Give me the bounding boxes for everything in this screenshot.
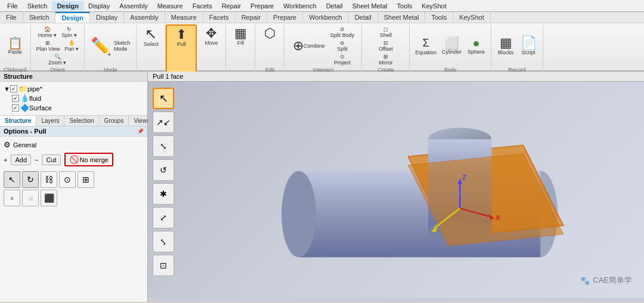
options-pull-header: Options - Pull 📌 — [0, 126, 147, 137]
menu-sketch[interactable]: Sketch — [23, 1, 52, 11]
tool-row-2: ▫ ◽ ⬛ — [4, 190, 144, 206]
tab-workbench[interactable]: Workbench — [303, 12, 348, 23]
tab-display[interactable]: Display — [90, 12, 124, 23]
vp-arrow-tool[interactable]: ↖ — [153, 88, 174, 109]
move-button[interactable]: ✥ Move — [200, 26, 222, 47]
script-button[interactable]: 📄 Script — [518, 35, 539, 57]
add-button[interactable]: Add — [11, 154, 31, 165]
tab-sheet-metal[interactable]: Sheet Metal — [378, 12, 426, 23]
shell-button[interactable]: ◻ Shell — [377, 26, 395, 39]
tab-facets[interactable]: Facets — [203, 12, 236, 23]
tool-btn-target[interactable]: ⊙ — [59, 171, 76, 188]
pipe-checkbox[interactable]: ✓ — [10, 85, 17, 92]
menu-repair[interactable]: Repair — [217, 1, 246, 11]
pipe-folder-icon: 📁 — [18, 85, 27, 93]
menu-assembly[interactable]: Assembly — [114, 1, 153, 11]
tree-item-pipe[interactable]: ▼ ✓ 📁 pipe* — [2, 84, 145, 94]
menu-design[interactable]: Design — [52, 1, 83, 11]
sketch-mode-button[interactable]: ✏️ SketchMode — [88, 35, 133, 57]
main-area: Structure ▼ ✓ 📁 pipe* ✓ 💧 fluid ✓ 🔷 Surf… — [0, 72, 644, 302]
offset-button[interactable]: ⊟ Offset — [377, 39, 395, 52]
tree-item-fluid[interactable]: ✓ 💧 fluid — [11, 94, 145, 103]
options-body: ⚙ General + Add − Cut 🚫 No merge — [0, 137, 147, 210]
select-button[interactable]: ↖ Select — [140, 26, 162, 48]
panel-tab-layers[interactable]: Layers — [36, 116, 64, 126]
equation-button[interactable]: Σ Equation — [413, 36, 438, 56]
sphere-icon: ● — [472, 37, 479, 49]
paste-button[interactable]: 📋 Paste — [4, 36, 26, 56]
tool-btn-square[interactable]: ▫ — [4, 190, 20, 206]
tool-btn-cube[interactable]: ⬛ — [41, 190, 57, 206]
viewport-canvas[interactable]: ↖ ↗↙ ⤡ ↺ ✱ ⤢ ⤣ ⊡ — [148, 82, 644, 298]
tool-btn-multi[interactable]: ⊞ — [78, 171, 94, 188]
ribbon-group-select: ↖ Select — [137, 24, 166, 74]
vp-tool-8[interactable]: ⊡ — [153, 255, 174, 276]
sphere-button[interactable]: ● Sphere — [465, 36, 487, 56]
menu-facets[interactable]: Facets — [188, 1, 217, 11]
split-body-button[interactable]: ⊘ Split Body — [329, 26, 357, 39]
vp-tool-6[interactable]: ⤢ — [153, 207, 174, 228]
tree-item-surface[interactable]: ✓ 🔷 Surface — [11, 103, 145, 113]
vp-tool-2[interactable]: ↗↙ — [153, 112, 174, 133]
mirror-button[interactable]: ⊞ Mirror — [377, 53, 395, 66]
split-button[interactable]: ⊖ Split — [329, 39, 357, 52]
menu-display[interactable]: Display — [83, 1, 114, 11]
combine-label: Combine — [304, 43, 325, 49]
tab-measure[interactable]: Measure — [165, 12, 203, 23]
vp-tool-7[interactable]: ⤣ — [153, 231, 174, 252]
panel-tabs: Structure Layers Selection Groups Views — [0, 116, 147, 126]
tab-sketch[interactable]: Sketch — [23, 12, 56, 23]
home-button[interactable]: 🏠 Home ▾ — [36, 26, 59, 39]
options-pin-icon[interactable]: 📌 — [137, 128, 144, 134]
nomerge-icon: 🚫 — [69, 155, 79, 164]
cylinder-button[interactable]: ⬜ Cylinder — [439, 36, 464, 56]
menu-tools[interactable]: Tools — [392, 1, 417, 11]
tab-prepare[interactable]: Prepare — [267, 12, 303, 23]
tab-keyshot[interactable]: KeyShot — [453, 12, 491, 23]
project-button[interactable]: ⊙ Project — [329, 53, 357, 66]
menu-workbench[interactable]: Workbench — [278, 1, 321, 11]
tab-file[interactable]: File — [0, 12, 23, 23]
viewport[interactable]: Pull 1 face ↖ ↗↙ ⤡ ↺ ✱ ⤢ ⤣ ⊡ — [148, 72, 644, 302]
surface-checkbox[interactable]: ✓ — [12, 104, 19, 112]
tool-btn-chain[interactable]: ⛓ — [41, 171, 57, 188]
menu-detail[interactable]: Detail — [321, 1, 348, 11]
zoom-button[interactable]: 🔍 Zoom ▾ — [47, 53, 69, 66]
tab-tools[interactable]: Tools — [425, 12, 453, 23]
combine-button[interactable]: ⊕ Combine — [290, 37, 327, 55]
tab-repair[interactable]: Repair — [236, 12, 267, 23]
tree-expand-icon: ▼ — [4, 85, 10, 92]
cut-button[interactable]: Cut — [42, 154, 60, 165]
tab-design[interactable]: Design — [55, 12, 90, 23]
pull-button[interactable]: ⬆ Pull — [171, 27, 192, 48]
menu-keyshot[interactable]: KeyShot — [417, 1, 451, 11]
plan-view-button[interactable]: ⊞ Plan View — [35, 39, 62, 52]
menu-sheet-metal[interactable]: Sheet Metal — [348, 1, 392, 11]
tab-detail[interactable]: Detail — [349, 12, 378, 23]
blocks-button[interactable]: ▦ Blocks — [495, 35, 516, 57]
boolean-plus-label: + — [4, 156, 7, 163]
panel-tab-selection[interactable]: Selection — [64, 116, 99, 126]
menu-file[interactable]: File — [2, 1, 23, 11]
panel-tab-groups[interactable]: Groups — [100, 116, 129, 126]
tool-btn-rotate[interactable]: ↖ — [4, 171, 20, 188]
ribbon-group-move: ✥ Move — [197, 24, 226, 74]
no-merge-button[interactable]: 🚫 No merge — [64, 153, 113, 166]
fluid-checkbox[interactable]: ✓ — [12, 95, 19, 102]
menu-prepare[interactable]: Prepare — [246, 1, 278, 11]
fill-button[interactable]: ▦ Fill — [230, 26, 251, 47]
vp-tool-3[interactable]: ⤡ — [153, 135, 174, 157]
orient-row2: ⊞ Plan View ✋ Pan ▾ — [35, 39, 80, 52]
spin-button[interactable]: ↻ Spin ▾ — [60, 26, 79, 39]
extra-button[interactable]: ⬡ — [259, 26, 280, 41]
pan-label: Pan ▾ — [64, 46, 79, 52]
vp-tool-5[interactable]: ✱ — [153, 183, 174, 205]
tool-btn-free-rotate[interactable]: ↻ — [22, 171, 39, 188]
vp-tool-4[interactable]: ↺ — [153, 159, 174, 181]
panel-tab-structure[interactable]: Structure — [0, 116, 36, 126]
pan-button[interactable]: ✋ Pan ▾ — [63, 39, 80, 52]
tab-assembly[interactable]: Assembly — [124, 12, 165, 23]
tool-btn-small-sq[interactable]: ◽ — [22, 190, 39, 206]
equation-icon: Σ — [423, 37, 429, 50]
menu-measure[interactable]: Measure — [153, 1, 188, 11]
